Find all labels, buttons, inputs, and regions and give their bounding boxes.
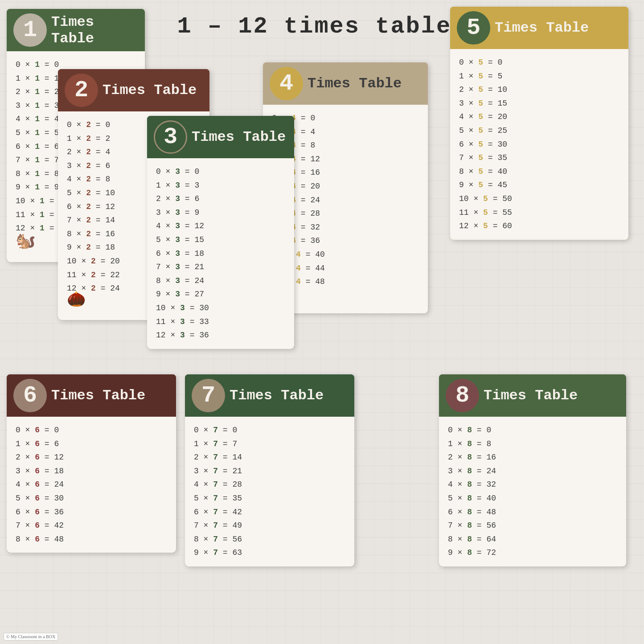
- card-8-body: 0 × 8 = 0 1 × 8 = 8 2 × 8 = 16 3 × 8 = 2…: [439, 417, 626, 566]
- table-row: 8 × 8 = 64: [448, 533, 617, 546]
- card-7-title: Times Table: [230, 387, 324, 404]
- table-row: 4 × 3 = 12: [156, 219, 285, 233]
- card-7-header: 7 Times Table: [185, 374, 354, 417]
- table-row: 5 × 5 = 25: [459, 124, 619, 138]
- table-row: 0 × 5 = 0: [459, 56, 619, 70]
- table-row: 10 × 5 = 50: [459, 192, 619, 206]
- table-row: 7 × 3 = 21: [156, 260, 285, 274]
- table-row: 12 × 5 = 60: [459, 219, 619, 233]
- table-row: 6 × 8 = 48: [448, 505, 617, 519]
- card-6-body: 0 × 6 = 0 1 × 6 = 6 2 × 6 = 12 3 × 6 = 1…: [7, 417, 176, 553]
- card-2-number: 2: [65, 74, 98, 107]
- table-row: 12 × 3 = 36: [156, 328, 285, 342]
- card-7-number: 7: [192, 379, 225, 412]
- watermark: © My Classroom in a BOX: [4, 633, 58, 640]
- table-row: 2 × 5 = 10: [459, 83, 619, 97]
- table-row: 9 × 7 = 63: [194, 546, 345, 560]
- table-row: 4 × 7 = 28: [194, 478, 345, 492]
- table-row: 3 × 8 = 24: [448, 464, 617, 478]
- table-row: 2 × 6 = 12: [16, 451, 167, 464]
- card-8-title: Times Table: [484, 387, 578, 404]
- card-7: 7 Times Table 0 × 7 = 0 1 × 7 = 7 2 × 7 …: [185, 374, 354, 566]
- card-2-header: 2 Times Table: [58, 69, 209, 111]
- table-row: 7 × 6 = 42: [16, 519, 167, 533]
- table-row: 6 × 7 = 42: [194, 505, 345, 519]
- table-row: 0 × 8 = 0: [448, 423, 617, 437]
- card-8-number: 8: [446, 379, 479, 412]
- table-row: 5 × 6 = 30: [16, 492, 167, 505]
- table-row: 3 × 3 = 9: [156, 206, 285, 220]
- table-row: 10 × 3 = 30: [156, 301, 285, 315]
- card-4-title: Times Table: [308, 75, 402, 92]
- table-row: 7 × 8 = 56: [448, 519, 617, 533]
- table-row: 8 × 5 = 40: [459, 165, 619, 179]
- table-row: 4 × 8 = 32: [448, 478, 617, 492]
- table-row: 8 × 6 = 48: [16, 533, 167, 546]
- table-row: 0 × 6 = 0: [16, 423, 167, 437]
- card-8: 8 Times Table 0 × 8 = 0 1 × 8 = 8 2 × 8 …: [439, 374, 626, 566]
- table-row: 1 × 5 = 5: [459, 70, 619, 83]
- table-row: 1 × 6 = 6: [16, 437, 167, 451]
- card-3: 3 Times Table 0 × 3 = 0 1 × 3 = 3 2 × 3 …: [147, 116, 294, 349]
- table-row: 0 × 3 = 0: [156, 165, 285, 179]
- card-5-body: 0 × 5 = 0 1 × 5 = 5 2 × 5 = 10 3 × 5 = 1…: [450, 49, 628, 240]
- main-title: 1 – 12 times tables: [177, 13, 467, 40]
- card-1-header: 1 Times Table: [7, 9, 145, 51]
- card-1-title: Times Table: [51, 14, 138, 47]
- table-row: 3 × 6 = 18: [16, 464, 167, 478]
- table-row: 7 × 5 = 35: [459, 151, 619, 165]
- table-row: 3 × 5 = 15: [459, 97, 619, 111]
- table-row: 6 × 6 = 36: [16, 505, 167, 519]
- card-4-number: 4: [270, 67, 303, 100]
- table-row: 9 × 8 = 72: [448, 546, 617, 560]
- table-row: 2 × 3 = 6: [156, 192, 285, 206]
- card-5-title: Times Table: [495, 20, 589, 36]
- table-row: 8 × 7 = 56: [194, 533, 345, 546]
- card-6-number: 6: [13, 379, 47, 412]
- table-row: 6 × 5 = 30: [459, 138, 619, 152]
- card-4-header: 4 Times Table: [263, 62, 428, 105]
- table-row: 3 × 7 = 21: [194, 464, 345, 478]
- card-5-header: 5 Times Table: [450, 7, 628, 49]
- card-1-number: 1: [13, 13, 47, 47]
- card-3-body: 0 × 3 = 0 1 × 3 = 3 2 × 3 = 6 3 × 3 = 9 …: [147, 158, 294, 349]
- table-row: 2 × 8 = 16: [448, 451, 617, 464]
- card-5-number: 5: [457, 11, 490, 45]
- card-3-title: Times Table: [192, 129, 286, 145]
- table-row: 2 × 7 = 14: [194, 451, 345, 464]
- table-row: 4 × 6 = 24: [16, 478, 167, 492]
- card-5: 5 Times Table 0 × 5 = 0 1 × 5 = 5 2 × 5 …: [450, 7, 628, 240]
- card-2-title: Times Table: [103, 82, 197, 98]
- table-row: 5 × 7 = 35: [194, 492, 345, 505]
- table-row: 11 × 5 = 55: [459, 206, 619, 220]
- table-row: 1 × 7 = 7: [194, 437, 345, 451]
- table-row: 6 × 3 = 18: [156, 247, 285, 261]
- card-6: 6 Times Table 0 × 6 = 0 1 × 6 = 6 2 × 6 …: [7, 374, 176, 553]
- table-row: 1 × 8 = 8: [448, 437, 617, 451]
- card-7-body: 0 × 7 = 0 1 × 7 = 7 2 × 7 = 14 3 × 7 = 2…: [185, 417, 354, 566]
- table-row: 5 × 8 = 40: [448, 492, 617, 505]
- card-8-header: 8 Times Table: [439, 374, 626, 417]
- card-6-header: 6 Times Table: [7, 374, 176, 417]
- table-row: 11 × 3 = 33: [156, 315, 285, 329]
- table-row: 9 × 5 = 45: [459, 178, 619, 192]
- table-row: 8 × 3 = 24: [156, 274, 285, 288]
- table-row: 5 × 3 = 15: [156, 233, 285, 247]
- table-row: 7 × 7 = 49: [194, 519, 345, 533]
- card-3-number: 3: [154, 120, 187, 154]
- card-3-header: 3 Times Table: [147, 116, 294, 158]
- table-row: 0 × 7 = 0: [194, 423, 345, 437]
- card-6-title: Times Table: [51, 387, 145, 404]
- table-row: 9 × 3 = 27: [156, 287, 285, 301]
- table-row: 4 × 5 = 20: [459, 110, 619, 124]
- table-row: 1 × 3 = 3: [156, 179, 285, 193]
